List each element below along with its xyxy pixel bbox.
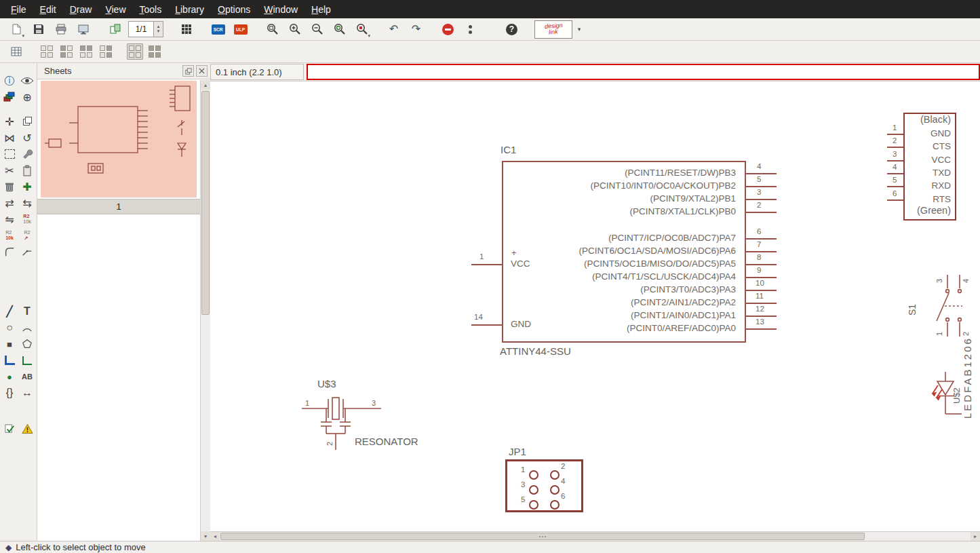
window-layout-button-5[interactable]: [127, 43, 143, 60]
info-tool-button[interactable]: ⓘ: [1, 73, 18, 88]
switch-to-board-button[interactable]: [106, 20, 124, 39]
rect-tool-button[interactable]: ■: [1, 337, 18, 351]
trash-icon: [4, 181, 15, 193]
zoom-select-button[interactable]: ▾: [353, 20, 371, 39]
command-line-input[interactable]: [307, 64, 980, 80]
print-button[interactable]: [52, 20, 70, 39]
zoom-in-button[interactable]: [286, 20, 304, 39]
window-layout-button-6[interactable]: [146, 43, 163, 60]
menu-edit[interactable]: Edit: [33, 1, 63, 18]
delete-tool-button[interactable]: [1, 179, 18, 194]
window-layout-button-3[interactable]: [78, 43, 94, 60]
grid-button[interactable]: [177, 20, 195, 39]
zoom-out-button[interactable]: [308, 20, 326, 39]
cut-tool-button[interactable]: ✂: [1, 163, 18, 178]
help-button[interactable]: ?: [503, 20, 521, 39]
detach-panel-button[interactable]: [182, 65, 194, 77]
menu-window[interactable]: Window: [257, 1, 305, 18]
add-tool-button[interactable]: ✚: [19, 179, 35, 194]
name-tool-button[interactable]: R210k: [19, 212, 35, 227]
scroll-up-button[interactable]: ▴: [201, 80, 210, 90]
scrollbar-thumb[interactable]: [220, 533, 865, 540]
menu-help[interactable]: Help: [305, 1, 338, 18]
canvas-horizontal-scrollbar[interactable]: ◂ ▸: [210, 531, 980, 541]
group-tool-button[interactable]: [1, 147, 18, 161]
replace-icon: ⇋: [5, 213, 14, 226]
erc-errors-button[interactable]: [19, 421, 35, 436]
scroll-right-button[interactable]: ▸: [971, 532, 980, 541]
dimension-tool-button[interactable]: ↔: [19, 385, 35, 400]
arc-tool-button[interactable]: [19, 320, 35, 335]
attribute-tool-button[interactable]: {}: [1, 385, 18, 400]
pin-number: 3: [521, 480, 525, 489]
change-tool-button[interactable]: [19, 147, 35, 161]
window-layout-button-4[interactable]: [98, 43, 114, 60]
sheet-selector[interactable]: 1/1 ▲ ▼: [128, 21, 163, 37]
schematic-canvas[interactable]: IC1 ATTINY44-SSU 1 + VCC 14 GND (PCINT11…: [210, 81, 980, 531]
miter-tool-button[interactable]: [1, 244, 18, 259]
close-panel-button[interactable]: [196, 65, 208, 77]
bus-tool-button[interactable]: [1, 353, 18, 368]
menu-library[interactable]: Library: [168, 1, 211, 18]
scrollbar-thumb[interactable]: [201, 91, 210, 315]
design-link-dropdown[interactable]: ▾: [574, 20, 585, 39]
grid-dialog-button[interactable]: [7, 43, 25, 61]
pin-line: [887, 199, 903, 201]
split-tool-button[interactable]: [19, 244, 35, 259]
design-link-button[interactable]: design link: [534, 20, 572, 39]
redo-button[interactable]: ↷: [407, 20, 425, 39]
text-tool-button[interactable]: T: [19, 304, 35, 319]
copy-tool-button[interactable]: [19, 114, 35, 129]
zoom-redraw-button[interactable]: [330, 20, 349, 39]
export-image-button[interactable]: [74, 20, 92, 39]
wire-tool-button[interactable]: ╱: [1, 304, 18, 319]
new-open-button[interactable]: ▾: [7, 20, 25, 39]
label-tool-button[interactable]: AB: [19, 369, 35, 384]
pin-number: 1: [479, 252, 484, 261]
scroll-down-button[interactable]: ▾: [201, 531, 210, 541]
zoom-fit-button[interactable]: [263, 20, 281, 39]
pinswap-tool-button[interactable]: ⇄: [1, 195, 18, 210]
menu-options[interactable]: Options: [211, 1, 257, 18]
pin-number: 5: [757, 175, 761, 183]
paste-tool-button[interactable]: [19, 163, 35, 178]
undo-button[interactable]: ↶: [385, 20, 403, 39]
polygon-tool-button[interactable]: [19, 337, 35, 351]
scr-icon: SCR: [212, 24, 225, 35]
pin-label: (Black): [920, 114, 951, 125]
display-layers-button[interactable]: [1, 90, 18, 104]
scroll-left-button[interactable]: ◂: [210, 532, 220, 541]
erc-tool-button[interactable]: [1, 421, 18, 436]
move-tool-button[interactable]: ✛: [1, 114, 18, 129]
component-value: ATTINY44-SSU: [500, 345, 571, 357]
run-ulp-button[interactable]: ULP: [231, 20, 250, 39]
mark-tool-button[interactable]: ⊕: [19, 90, 35, 104]
window-layout-button-1[interactable]: [39, 43, 55, 60]
stop-command-button[interactable]: [439, 20, 457, 39]
value-tool-button[interactable]: R210k: [1, 228, 18, 243]
save-button[interactable]: [29, 20, 47, 39]
replace-tool-button[interactable]: ⇋: [1, 212, 18, 227]
net-tool-button[interactable]: [19, 353, 35, 368]
sheet-1-item[interactable]: 1: [37, 199, 200, 214]
menu-tools[interactable]: Tools: [133, 1, 169, 18]
gateswap-tool-button[interactable]: ⇆: [19, 195, 35, 210]
sheet-spinner-arrows[interactable]: ▲ ▼: [153, 22, 163, 37]
circle-tool-button[interactable]: ○: [1, 320, 18, 335]
s heet-1-thumbnail[interactable]: [41, 81, 197, 197]
rotate-tool-button[interactable]: ↺: [19, 130, 35, 145]
run-script-button[interactable]: SCR: [209, 20, 227, 39]
go-button[interactable]: [461, 20, 479, 39]
scroll-left-icon: ◂: [214, 533, 216, 539]
mirror-tool-button[interactable]: ⋈: [1, 130, 18, 145]
smash-tool-button[interactable]: R2↗: [19, 228, 35, 243]
sheet-indicator: 1/1: [129, 24, 153, 34]
menu-view[interactable]: View: [98, 1, 132, 18]
sheets-vertical-scrollbar[interactable]: ▴ ▾: [200, 80, 210, 541]
menu-draw[interactable]: Draw: [63, 1, 99, 18]
window-layout-button-2[interactable]: [58, 43, 75, 60]
junction-tool-button[interactable]: ●: [1, 369, 18, 384]
floppy-icon: [33, 23, 45, 35]
menu-file[interactable]: File: [4, 1, 33, 18]
show-tool-button[interactable]: [19, 73, 35, 88]
